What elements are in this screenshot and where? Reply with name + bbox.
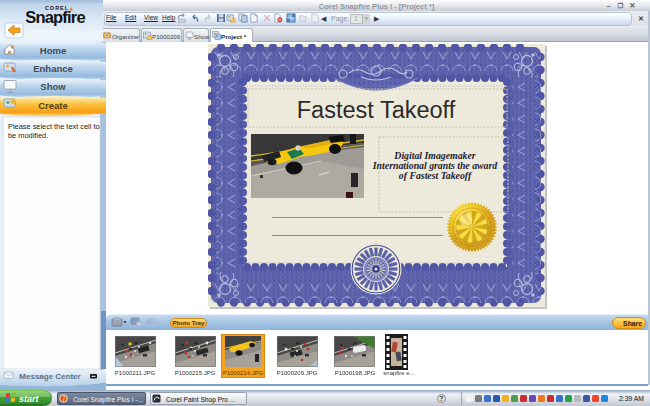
- svg-text:Please select the text cell to: Please select the text cell to: [8, 122, 100, 131]
- svg-text:Show: Show: [40, 81, 66, 92]
- svg-text:be modified.: be modified.: [8, 131, 48, 140]
- svg-text:of Fastest Takeoff: of Fastest Takeoff: [399, 170, 473, 181]
- svg-text:Snapfire: Snapfire: [25, 8, 85, 26]
- svg-text:Message Center: Message Center: [19, 372, 80, 381]
- svg-text:start: start: [19, 394, 40, 404]
- svg-text:Home: Home: [40, 45, 66, 56]
- svg-text:Enhance: Enhance: [33, 63, 73, 74]
- svg-text:Fastest Takeoff: Fastest Takeoff: [297, 97, 456, 123]
- svg-text:Create: Create: [38, 100, 68, 111]
